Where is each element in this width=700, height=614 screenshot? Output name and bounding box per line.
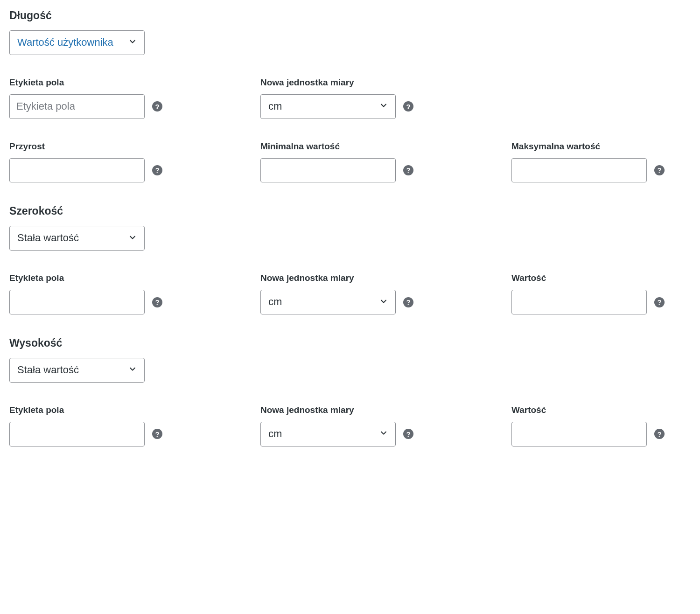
help-icon[interactable] [403, 165, 413, 175]
height-value-title: Wartość [511, 405, 665, 415]
height-mode-select-wrapper: Stała wartość [9, 358, 145, 383]
length-mode-select[interactable]: Wartość użytkownika [9, 30, 145, 55]
width-unit-group: Nowa jednostka miary cm [260, 273, 413, 314]
help-icon[interactable] [152, 429, 162, 439]
help-icon[interactable] [152, 165, 162, 175]
help-icon[interactable] [403, 429, 413, 439]
length-field-label-title: Etykieta pola [9, 77, 162, 88]
height-field-label-group: Etykieta pola [9, 405, 162, 447]
width-section: Szerokość Stała wartość Etykieta pola No… [9, 205, 691, 314]
length-field-label-input[interactable] [9, 94, 145, 119]
help-icon[interactable] [403, 297, 413, 307]
width-unit-select-wrapper: cm [260, 290, 396, 314]
height-mode-select[interactable]: Stała wartość [9, 358, 145, 383]
width-mode-select-wrapper: Stała wartość [9, 226, 145, 251]
width-unit-title: Nowa jednostka miary [260, 273, 413, 283]
height-field-label-title: Etykieta pola [9, 405, 162, 415]
length-min-group: Minimalna wartość [260, 141, 413, 183]
height-section: Wysokość Stała wartość Etykieta pola Now… [9, 337, 691, 447]
length-title: Długość [9, 9, 691, 22]
length-max-title: Maksymalna wartość [511, 141, 665, 152]
length-section: Długość Wartość użytkownika Etykieta pol… [9, 9, 691, 182]
width-field-label-input[interactable] [9, 290, 145, 314]
width-title: Szerokość [9, 205, 691, 217]
height-unit-select[interactable]: cm [260, 422, 396, 447]
length-max-group: Maksymalna wartość [511, 141, 665, 183]
width-value-group: Wartość [511, 273, 665, 314]
help-icon[interactable] [403, 101, 413, 112]
width-field-label-group: Etykieta pola [9, 273, 162, 314]
help-icon[interactable] [654, 297, 665, 307]
length-unit-select-wrapper: cm [260, 94, 396, 119]
length-field-label-group: Etykieta pola [9, 77, 162, 119]
height-unit-title: Nowa jednostka miary [260, 405, 413, 415]
width-unit-select[interactable]: cm [260, 290, 396, 314]
length-min-input[interactable] [260, 158, 396, 183]
length-increment-input[interactable] [9, 158, 145, 183]
width-mode-select[interactable]: Stała wartość [9, 226, 145, 251]
help-icon[interactable] [654, 429, 665, 439]
width-value-input[interactable] [511, 290, 647, 314]
width-value-title: Wartość [511, 273, 665, 283]
help-icon[interactable] [654, 165, 665, 175]
height-unit-select-wrapper: cm [260, 422, 396, 447]
length-min-title: Minimalna wartość [260, 141, 413, 152]
height-title: Wysokość [9, 337, 691, 349]
height-value-input[interactable] [511, 422, 647, 447]
height-value-group: Wartość [511, 405, 665, 447]
height-field-label-input[interactable] [9, 422, 145, 447]
length-max-input[interactable] [511, 158, 647, 183]
length-mode-select-wrapper: Wartość użytkownika [9, 30, 145, 55]
length-unit-select[interactable]: cm [260, 94, 396, 119]
width-field-label-title: Etykieta pola [9, 273, 162, 283]
help-icon[interactable] [152, 297, 162, 307]
length-unit-group: Nowa jednostka miary cm [260, 77, 413, 119]
length-unit-title: Nowa jednostka miary [260, 77, 413, 88]
length-increment-group: Przyrost [9, 141, 162, 183]
height-unit-group: Nowa jednostka miary cm [260, 405, 413, 447]
length-increment-title: Przyrost [9, 141, 162, 152]
help-icon[interactable] [152, 101, 162, 112]
